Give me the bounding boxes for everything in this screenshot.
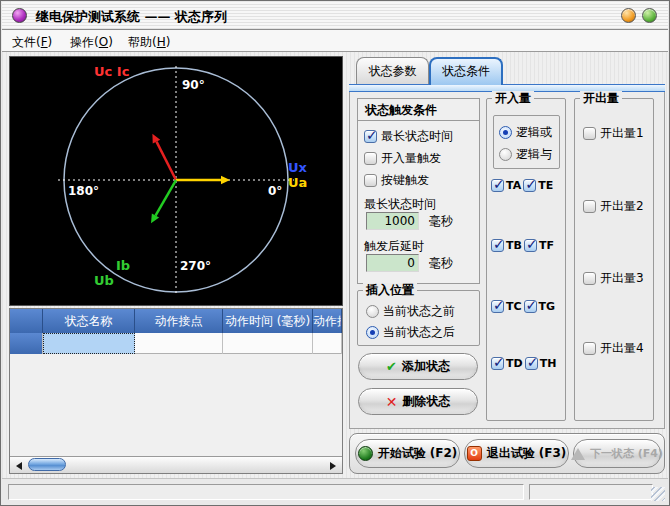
checkbox-label: 开出量3 [600,270,644,287]
max-state-time-checkbox[interactable] [364,130,377,143]
stop-icon [467,446,482,461]
tg-checkbox[interactable] [524,300,537,313]
column-header-action-time: 动作时间 (毫秒) [223,309,313,333]
menu-item-file[interactable]: 文件(F) [8,33,56,52]
delay-unit: 毫秒 [429,255,453,272]
angle-label-0: 0° [268,184,282,198]
tf-checkbox[interactable] [524,239,537,252]
max-time-unit: 毫秒 [429,213,453,230]
angle-label-180: 180° [68,184,99,198]
output1-checkbox[interactable] [583,127,596,140]
checkbox-label: 按键触发 [381,172,429,189]
table-cell[interactable] [223,333,313,354]
table-header-row: 状态名称 动作接点 动作时间 (毫秒) 动作接点 [10,309,342,333]
max-time-input[interactable] [366,212,419,230]
selected-cell[interactable] [43,333,135,354]
after-current-radio[interactable] [366,326,379,339]
phase-a-vector-arrowhead [221,176,230,184]
horizontal-scrollbar[interactable] [10,456,342,473]
footer-button-bar: 开始试验 (F2) 退出试验 (F3) 下一状态 (F4) [349,433,665,474]
phase-b-vector [156,180,177,216]
te-checkbox[interactable] [523,179,536,192]
phase-c-vector [156,142,176,180]
contact-pair-row: TB TF [491,239,554,252]
scroll-left-button[interactable] [11,458,27,473]
te-label: TE [538,179,553,192]
quit-test-label: 退出试验 (F3) [487,445,567,462]
tb-checkbox[interactable] [491,239,504,252]
checkbox-label: 最长状态时间 [381,128,453,145]
scrollbar-thumb[interactable] [28,458,66,471]
binary-output-group: 开出量 开出量1 开出量2 开出量3 开出量4 [574,98,654,421]
output1-row: 开出量1 [583,125,644,142]
td-checkbox[interactable] [491,357,504,370]
angle-label-270: 270° [180,259,211,273]
label-ux: Ux [288,160,308,175]
label-ub: Ub [94,273,114,288]
after-current-option: 当前状态之后 [366,324,455,341]
phasor-vectors [151,134,230,224]
logic-and-radio[interactable] [499,148,512,161]
menu-item-operate[interactable]: 操作(O) [66,33,117,52]
minimize-button[interactable] [621,8,636,23]
output2-checkbox[interactable] [583,200,596,213]
delete-state-button[interactable]: 删除状态 [358,388,478,415]
output3-checkbox[interactable] [583,272,596,285]
tg-label: TG [539,300,556,313]
scroll-right-button[interactable] [325,458,341,473]
max-time-input-row: 毫秒 [366,212,453,230]
radio-label: 逻辑与 [516,146,552,163]
column-header [10,309,43,333]
column-header-clipped: 动作接点 [313,309,342,333]
column-header-action-contact: 动作接点 [135,309,223,333]
delay-input[interactable] [366,254,419,272]
add-state-label: 添加状态 [402,358,450,375]
binary-input-legend: 开入量 [492,91,534,105]
logic-mode-box: 逻辑或 逻辑与 [493,115,560,169]
add-state-button[interactable]: 添加状态 [358,353,478,380]
x-icon [386,394,398,410]
key-trigger-checkbox[interactable] [364,174,377,187]
menubar: 文件(F) 操作(O) 帮助(H) [2,30,668,52]
delay-input-row: 毫秒 [366,254,453,272]
th-checkbox[interactable] [525,357,538,370]
output4-checkbox[interactable] [583,342,596,355]
contact-pair-row: TA TE [491,179,553,192]
before-current-radio[interactable] [366,305,379,318]
tb-label: TB [506,239,522,252]
max-state-time-checkbox-row: 最长状态时间 [364,128,453,145]
key-trigger-checkbox-row: 按键触发 [364,172,429,189]
table-row [10,333,342,354]
input-trigger-checkbox[interactable] [364,152,377,165]
table-cell[interactable] [313,333,342,354]
tab-state-conditions[interactable]: 状态条件 [429,57,503,85]
tab-state-parameters[interactable]: 状态参数 [356,57,429,85]
delete-state-label: 删除状态 [402,393,450,410]
start-test-button[interactable]: 开始试验 (F2) [355,439,460,468]
angle-label-90: 90° [182,78,205,92]
start-test-label: 开始试验 (F2) [378,445,458,462]
app-window: 继电保护测试系统 —— 状态序列 文件(F) 操作(O) 帮助(H) 90° 1… [0,0,670,506]
menu-item-help[interactable]: 帮助(H) [124,33,174,52]
label-uc-ic: Uc Ic [94,64,129,79]
check-icon [386,359,397,374]
app-icon [12,8,27,23]
logic-or-option: 逻辑或 [499,124,552,141]
logic-or-radio[interactable] [499,126,512,139]
phasor-panel: 90° 180° 0° 270° Uc Ic Ux Ua Ib Ub [9,56,343,306]
quit-test-button[interactable]: 退出试验 (F3) [464,439,569,468]
checkbox-label: 开出量2 [600,198,644,215]
ta-checkbox[interactable] [491,179,504,192]
tc-checkbox[interactable] [491,300,504,313]
label-ib: Ib [116,258,130,273]
close-button[interactable] [642,8,657,23]
resize-grip[interactable] [651,487,665,501]
label-ua: Ua [288,175,307,190]
next-state-button: 下一状态 (F4) [573,439,661,468]
output3-row: 开出量3 [583,270,644,287]
radio-label: 逻辑或 [516,124,552,141]
row-header-cell[interactable] [10,333,43,354]
ta-label: TA [506,179,521,192]
table-cell[interactable] [135,333,223,354]
contact-pair-row: TC TG [491,300,555,313]
